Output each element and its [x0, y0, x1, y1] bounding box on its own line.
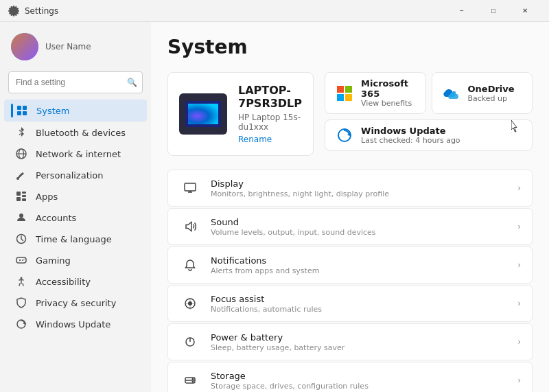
- device-name: LAPTOP-7PSR3DLP: [238, 84, 302, 110]
- svg-rect-24: [345, 86, 352, 93]
- svg-rect-23: [337, 86, 344, 93]
- storage-icon: [179, 369, 201, 391]
- device-info: LAPTOP-7PSR3DLP HP Laptop 15s-du1xxx Ren…: [238, 84, 302, 144]
- svg-rect-15: [16, 257, 26, 263]
- focus-title: Focus assist: [211, 294, 508, 304]
- focus-chevron: ›: [517, 299, 521, 308]
- power-chevron: ›: [517, 337, 521, 347]
- power-text: Power & battery Sleep, battery usage, ba…: [211, 332, 508, 352]
- sidebar-item-update[interactable]: Windows Update: [4, 314, 147, 334]
- microsoft365-sub: View benefits: [361, 99, 415, 108]
- svg-point-20: [21, 277, 23, 279]
- microsoft365-title: Microsoft 365: [361, 78, 415, 99]
- settings-item-sound[interactable]: Sound Volume levels, output, input, soun…: [167, 208, 533, 245]
- sidebar-username: User Name: [45, 42, 91, 51]
- sidebar-item-privacy[interactable]: Privacy & security: [4, 292, 147, 313]
- display-description: Monitors, brightness, night light, displ…: [211, 189, 508, 198]
- device-model: HP Laptop 15s-du1xxx: [238, 113, 302, 132]
- windows-update-info: Windows Update Last checked: 4 hours ago: [361, 126, 460, 145]
- settings-list: Display Monitors, brightness, night ligh…: [167, 170, 533, 392]
- search-input[interactable]: [8, 71, 143, 93]
- sidebar-item-label: System: [36, 106, 69, 116]
- display-chevron: ›: [517, 183, 521, 193]
- settings-item-storage[interactable]: Storage Storage space, drives, configura…: [167, 362, 533, 392]
- windows-update-card[interactable]: Windows Update Last checked: 4 hours ago: [325, 119, 533, 151]
- display-text: Display Monitors, brightness, night ligh…: [211, 178, 508, 198]
- display-icon: [179, 177, 201, 199]
- svg-rect-9: [22, 192, 26, 194]
- microsoft365-icon: [335, 84, 354, 103]
- avatar-image: [11, 33, 38, 60]
- device-card[interactable]: LAPTOP-7PSR3DLP HP Laptop 15s-du1xxx Ren…: [167, 72, 314, 156]
- sidebar-item-network[interactable]: Network & internet: [4, 143, 147, 164]
- sidebar-item-accounts[interactable]: Accounts: [4, 207, 147, 228]
- sidebar-item-label: Windows Update: [36, 319, 110, 330]
- minimize-button[interactable]: −: [446, 0, 478, 22]
- sidebar-item-label: Privacy & security: [36, 298, 116, 308]
- svg-rect-10: [22, 195, 26, 197]
- focus-description: Notifications, automatic rules: [211, 305, 508, 314]
- sound-chevron: ›: [517, 222, 521, 231]
- laptop-screen: [185, 101, 221, 127]
- main-content: System LAPTOP-7PSR3DLP HP Laptop 15s-du1…: [151, 22, 549, 392]
- close-button[interactable]: ✕: [509, 0, 541, 22]
- sidebar-item-personalization[interactable]: Personalization: [4, 165, 147, 185]
- onedrive-card[interactable]: OneDrive Backed up: [432, 72, 533, 114]
- sidebar-item-time[interactable]: Time & language: [4, 229, 147, 249]
- sidebar-item-label: Personalization: [36, 170, 104, 181]
- accounts-nav-icon: [15, 211, 27, 224]
- notifications-icon: [179, 254, 201, 276]
- svg-rect-25: [337, 94, 344, 101]
- device-section: LAPTOP-7PSR3DLP HP Laptop 15s-du1xxx Ren…: [167, 72, 533, 156]
- sidebar-item-system[interactable]: System: [4, 100, 147, 122]
- svg-rect-11: [16, 197, 21, 201]
- storage-chevron: ›: [517, 376, 521, 385]
- sidebar-nav: System Bluetooth & devices Network & int…: [0, 99, 151, 335]
- maximize-button[interactable]: □: [478, 0, 509, 22]
- network-nav-icon: [15, 148, 27, 160]
- focus-text: Focus assist Notifications, automatic ru…: [211, 294, 508, 314]
- svg-rect-8: [16, 192, 21, 196]
- settings-item-notifications[interactable]: Notifications Alerts from apps and syste…: [167, 246, 533, 284]
- device-rename-link[interactable]: Rename: [238, 135, 302, 144]
- onedrive-icon: [442, 84, 461, 103]
- microsoft365-card[interactable]: Microsoft 365 View benefits: [325, 72, 425, 114]
- sidebar-item-label: Apps: [36, 192, 58, 202]
- sidebar-item-apps[interactable]: Apps: [4, 186, 147, 207]
- power-icon: [179, 331, 201, 353]
- svg-rect-2: [17, 111, 21, 115]
- app-body: User Name 🔍 System Bluetooth & devices N…: [0, 22, 549, 392]
- svg-marker-22: [23, 322, 27, 324]
- microsoft365-info: Microsoft 365 View benefits: [361, 78, 415, 108]
- svg-point-7: [16, 177, 19, 180]
- page-title: System: [167, 36, 533, 58]
- notifications-text: Notifications Alerts from apps and syste…: [211, 255, 508, 275]
- sidebar-item-accessibility[interactable]: Accessibility: [4, 271, 147, 292]
- titlebar-title: Settings: [25, 6, 446, 16]
- accessibility-nav-icon: [15, 275, 27, 288]
- storage-title: Storage: [211, 371, 508, 381]
- sound-title: Sound: [211, 217, 508, 227]
- sidebar-item-gaming[interactable]: Gaming: [4, 250, 147, 270]
- storage-description: Storage space, drives, configuration rul…: [211, 382, 508, 391]
- svg-point-18: [22, 260, 23, 261]
- settings-item-display[interactable]: Display Monitors, brightness, night ligh…: [167, 170, 533, 207]
- titlebar: Settings − □ ✕: [0, 0, 549, 22]
- settings-item-focus[interactable]: Focus assist Notifications, automatic ru…: [167, 285, 533, 322]
- onedrive-sub: Backed up: [468, 94, 515, 103]
- svg-rect-26: [345, 94, 352, 101]
- notifications-chevron: ›: [517, 260, 521, 270]
- avatar[interactable]: [11, 33, 38, 60]
- sidebar-item-bluetooth[interactable]: Bluetooth & devices: [4, 122, 147, 143]
- device-image: [179, 93, 227, 135]
- settings-icon: [8, 5, 19, 16]
- sound-text: Sound Volume levels, output, input, soun…: [211, 217, 508, 237]
- sidebar-search-container: 🔍: [8, 71, 143, 93]
- windows-update-title: Windows Update: [361, 126, 460, 136]
- settings-item-power[interactable]: Power & battery Sleep, battery usage, ba…: [167, 323, 533, 360]
- search-icon: 🔍: [127, 78, 137, 87]
- storage-text: Storage Storage space, drives, configura…: [211, 371, 508, 391]
- power-title: Power & battery: [211, 332, 508, 343]
- sidebar-user[interactable]: User Name: [0, 27, 151, 71]
- sidebar-item-label: Accessibility: [36, 277, 91, 287]
